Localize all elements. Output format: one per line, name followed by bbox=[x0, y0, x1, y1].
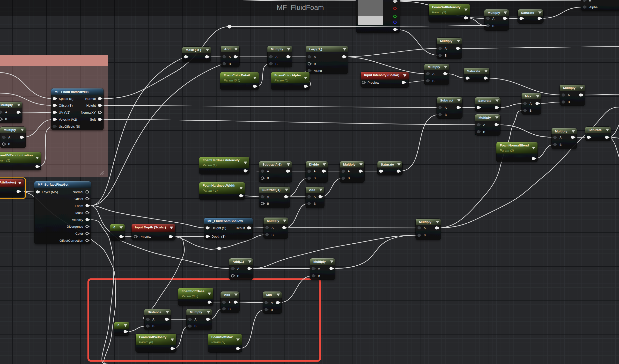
svg-text:A: A bbox=[314, 195, 316, 199]
svg-text:Divide: Divide bbox=[309, 163, 319, 166]
svg-text:OffsetCorrection: OffsetCorrection bbox=[59, 239, 83, 242]
svg-text:FoamSoftMax: FoamSoftMax bbox=[211, 335, 233, 339]
svg-text:B: B bbox=[560, 143, 562, 146]
svg-text:A: A bbox=[271, 226, 274, 230]
svg-text:0: 0 bbox=[113, 225, 115, 229]
svg-text:FoamHardnessWidth: FoamHardnessWidth bbox=[203, 184, 235, 187]
svg-text:Alpha: Alpha bbox=[314, 69, 322, 72]
svg-text:B: B bbox=[267, 202, 269, 205]
svg-text:B: B bbox=[530, 109, 532, 112]
svg-text:A: A bbox=[314, 169, 316, 173]
svg-text:Param (2): Param (2) bbox=[432, 10, 446, 14]
svg-text:Saturate: Saturate bbox=[521, 11, 534, 14]
svg-text:FoamNormalBlend: FoamNormalBlend bbox=[500, 144, 529, 147]
svg-text:Input Depth (Scalar): Input Depth (Scalar) bbox=[135, 225, 166, 229]
svg-text:Add: Add bbox=[309, 188, 315, 192]
svg-text:Soft: Soft bbox=[90, 118, 96, 121]
svg-text:Layer (MA): Layer (MA) bbox=[42, 190, 58, 194]
svg-text:Multiply: Multiply bbox=[488, 11, 500, 14]
svg-text:Result: Result bbox=[236, 226, 245, 230]
svg-text:B: B bbox=[568, 100, 570, 104]
svg-text:Velocity (V2): Velocity (V2) bbox=[59, 118, 77, 121]
svg-text:Multiply: Multiply bbox=[478, 116, 491, 119]
svg-text:Multiply: Multiply bbox=[563, 86, 576, 90]
svg-text:Multiply: Multiply bbox=[555, 129, 567, 133]
svg-text:A: A bbox=[568, 93, 570, 97]
svg-text:B: B bbox=[271, 233, 274, 237]
svg-text:A: A bbox=[194, 318, 197, 321]
svg-text:A: A bbox=[267, 195, 269, 199]
svg-text:B: B bbox=[424, 234, 426, 237]
svg-text:Height: Height bbox=[86, 104, 96, 107]
svg-text:A: A bbox=[492, 17, 494, 20]
svg-text:Height (S): Height (S) bbox=[211, 226, 226, 230]
svg-text:(MaterialAttributes): (MaterialAttributes) bbox=[0, 181, 16, 184]
svg-text:UV (V2): UV (V2) bbox=[59, 111, 70, 114]
svg-text:Param (0): Param (0) bbox=[274, 79, 288, 82]
svg-text:FoamColorAlpha: FoamColorAlpha bbox=[274, 73, 301, 77]
svg-text:Subtract(,1): Subtract(,1) bbox=[262, 188, 281, 192]
svg-text:A: A bbox=[152, 318, 155, 321]
svg-text:Multiply: Multiply bbox=[428, 65, 440, 69]
svg-text:A: A bbox=[275, 55, 278, 59]
svg-text:Offset (S): Offset (S) bbox=[59, 104, 73, 107]
svg-text:Distance: Distance bbox=[148, 310, 162, 314]
svg-text:A: A bbox=[229, 55, 231, 59]
svg-text:Multiply: Multiply bbox=[419, 220, 431, 224]
svg-text:Multiply: Multiply bbox=[271, 47, 283, 51]
svg-text:Max: Max bbox=[525, 95, 532, 98]
svg-text:Multiply: Multiply bbox=[343, 163, 355, 166]
svg-text:Param (2): Param (2) bbox=[211, 340, 225, 344]
svg-text:Input Intensity (Scalar): Input Intensity (Scalar) bbox=[364, 73, 399, 77]
svg-text:Multiply: Multiply bbox=[0, 103, 13, 107]
svg-text:A: A bbox=[228, 300, 231, 304]
svg-text:A: A bbox=[445, 47, 447, 50]
svg-text:FoamSoftIntensity: FoamSoftIntensity bbox=[432, 5, 461, 9]
svg-text:Lerp(,1,): Lerp(,1,) bbox=[309, 47, 322, 51]
svg-text:B: B bbox=[267, 176, 269, 180]
svg-text:Param (0.5): Param (0.5) bbox=[182, 294, 198, 298]
svg-text:Preview: Preview bbox=[367, 81, 379, 84]
svg-text:Alpha: Alpha bbox=[589, 5, 598, 9]
svg-text:B: B bbox=[432, 79, 435, 83]
svg-text:FoamColorDetail: FoamColorDetail bbox=[224, 73, 250, 77]
svg-text:Mask ( B ): Mask ( B ) bbox=[186, 48, 201, 52]
svg-text:B: B bbox=[229, 62, 231, 66]
svg-text:Velocity: Velocity bbox=[72, 218, 83, 222]
svg-text:A: A bbox=[318, 267, 320, 270]
svg-text:Offset: Offset bbox=[74, 197, 83, 201]
svg-text:Mask: Mask bbox=[75, 211, 84, 215]
svg-text:Saturate: Saturate bbox=[467, 69, 480, 73]
svg-text:Subtract(,-1): Subtract(,-1) bbox=[262, 163, 282, 166]
svg-text:B: B bbox=[228, 307, 231, 311]
svg-text:B: B bbox=[348, 176, 350, 180]
svg-text:Param (2): Param (2) bbox=[500, 149, 514, 152]
svg-text:A: A bbox=[348, 169, 350, 173]
svg-text:A: A bbox=[5, 111, 7, 114]
svg-text:FoamHardnessIntensity: FoamHardnessIntensity bbox=[203, 158, 240, 162]
svg-text:B: B bbox=[445, 113, 447, 116]
svg-text:B: B bbox=[8, 142, 10, 146]
svg-text:Normal: Normal bbox=[72, 190, 83, 194]
svg-text:MF_FluidFoamAdvect: MF_FluidFoamAdvect bbox=[55, 90, 89, 94]
svg-text:UseOffsets (S): UseOffsets (S) bbox=[59, 125, 80, 128]
svg-text:Multiply: Multiply bbox=[267, 219, 279, 223]
svg-text:B: B bbox=[318, 274, 320, 278]
svg-text:0: 0 bbox=[117, 323, 119, 327]
svg-text:B: B bbox=[445, 54, 447, 57]
svg-text:Multiply: Multiply bbox=[440, 39, 452, 43]
svg-text:A: A bbox=[483, 123, 485, 127]
svg-text:Multiply: Multiply bbox=[190, 310, 202, 314]
svg-text:Subtract: Subtract bbox=[440, 98, 453, 102]
svg-text:Saturate: Saturate bbox=[381, 163, 394, 166]
svg-text:Min: Min bbox=[266, 293, 272, 296]
svg-text:B: B bbox=[492, 24, 494, 28]
svg-text:FoamSoftBase: FoamSoftBase bbox=[182, 289, 205, 293]
svg-text:NormalXY: NormalXY bbox=[81, 111, 96, 114]
svg-text:Param (0.5): Param (0.5) bbox=[224, 79, 240, 82]
svg-text:Param (-1): Param (-1) bbox=[203, 189, 218, 192]
svg-text:B: B bbox=[483, 130, 485, 134]
svg-text:B: B bbox=[152, 324, 155, 328]
svg-text:B: B bbox=[314, 62, 316, 66]
svg-text:B: B bbox=[589, 0, 591, 2]
